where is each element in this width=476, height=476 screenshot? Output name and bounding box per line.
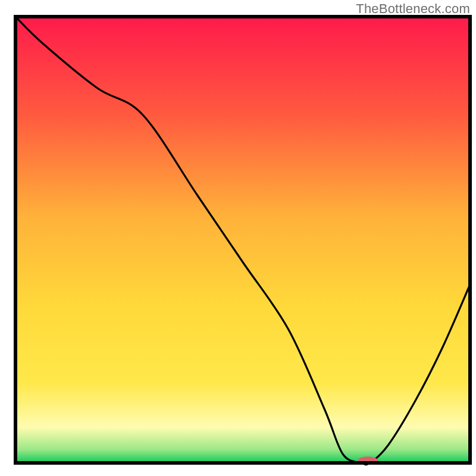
plot-background	[15, 17, 470, 463]
chart-container: TheBottleneck.com	[0, 0, 476, 476]
bottleneck-chart	[0, 0, 476, 476]
watermark-label: TheBottleneck.com	[356, 1, 470, 17]
